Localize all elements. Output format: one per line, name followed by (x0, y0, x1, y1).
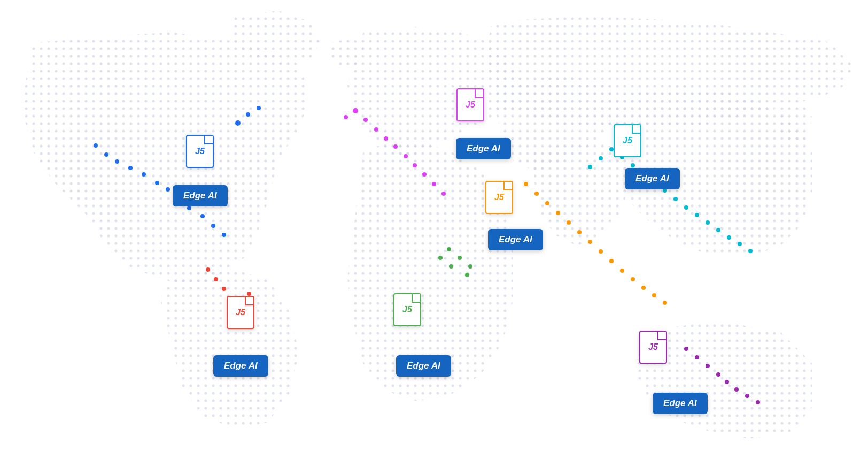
dot-cyan (716, 228, 720, 232)
dot-red (214, 277, 218, 281)
dot-blue (246, 112, 250, 117)
dot-blue (128, 166, 133, 170)
dot-pink (344, 115, 348, 119)
dot-blue (142, 172, 146, 177)
edge-ai-badge-africa: Edge AI (396, 355, 451, 377)
dot-blue (187, 206, 191, 210)
dot-cyan (695, 213, 699, 217)
dot-cyan (599, 156, 603, 160)
js-icon-asia-east: J5 (614, 124, 641, 157)
dot-blue (115, 159, 119, 164)
dot-cyan (727, 235, 731, 240)
dot-orange (577, 230, 582, 234)
dot-cyan (631, 163, 635, 167)
dot-cyan (706, 220, 710, 225)
dot-orange (545, 201, 549, 205)
dot-cyan (609, 147, 614, 151)
dot-cyan (673, 197, 678, 201)
dot-cyan (738, 242, 742, 246)
dot-orange (588, 240, 592, 244)
dot-pink (441, 192, 446, 196)
dot-red (247, 292, 251, 296)
dot-green (438, 256, 443, 260)
dot-green (458, 256, 462, 260)
edge-ai-badge-asia-central: Edge AI (488, 229, 543, 250)
dot-pink (422, 172, 427, 177)
dot-pink (374, 127, 378, 132)
edge-ai-badge-australia: Edge AI (653, 393, 708, 414)
dot-orange (631, 277, 635, 281)
dot-cyan (748, 249, 753, 253)
dot-blue (166, 187, 170, 192)
dot-pink (413, 163, 417, 167)
dot-green (447, 247, 451, 251)
dot-purple (684, 347, 688, 351)
dot-pink (393, 144, 398, 149)
js-icon-north-america: J5 (186, 135, 214, 168)
js-icon-asia-central: J5 (485, 181, 513, 214)
dot-green (465, 273, 469, 277)
dot-orange (534, 192, 539, 196)
dot-blue (222, 233, 226, 237)
dot-red (206, 267, 210, 272)
dot-blue (155, 181, 159, 185)
dot-orange (609, 259, 614, 263)
dot-blue (235, 120, 241, 126)
dot-purple (734, 387, 739, 392)
dot-blue (104, 152, 108, 157)
dot-purple (716, 372, 720, 377)
js-icon-south-america: J5 (227, 296, 254, 329)
dot-purple (756, 400, 760, 404)
dot-purple (745, 394, 749, 398)
js-icon-europe: J5 (456, 88, 484, 121)
dot-green (449, 264, 453, 269)
dot-cyan (588, 165, 592, 169)
dot-pink (353, 108, 358, 113)
map-container: J5 J5 J5 J5 J5 J5 J5 Edge AI Edge AI Edg… (0, 0, 868, 459)
dot-orange (663, 301, 667, 305)
dot-cyan (684, 205, 688, 210)
js-icon-australia: J5 (639, 331, 667, 364)
dot-pink (404, 154, 408, 158)
edge-ai-badge-asia-east: Edge AI (625, 168, 680, 189)
dot-pink (432, 182, 436, 186)
dot-orange (641, 286, 646, 290)
dot-orange (599, 249, 603, 254)
dot-red (222, 287, 226, 291)
dot-blue (200, 214, 205, 218)
dot-blue (94, 143, 98, 148)
dot-orange (524, 182, 528, 186)
dot-blue (211, 224, 215, 228)
dot-orange (652, 293, 656, 297)
dot-purple (725, 380, 729, 384)
dot-pink (363, 118, 368, 122)
edge-ai-badge-europe: Edge AI (456, 138, 511, 159)
dot-orange (556, 211, 560, 215)
edge-ai-badge-south-america: Edge AI (213, 355, 268, 377)
edge-ai-badge-north-america: Edge AI (173, 185, 228, 206)
js-icon-africa: J5 (393, 293, 421, 326)
dot-purple (695, 355, 699, 359)
dot-pink (384, 136, 388, 141)
dot-purple (706, 364, 710, 368)
dot-orange (620, 269, 624, 273)
dot-orange (567, 220, 571, 225)
dot-green (468, 264, 472, 269)
dot-blue (257, 106, 261, 110)
